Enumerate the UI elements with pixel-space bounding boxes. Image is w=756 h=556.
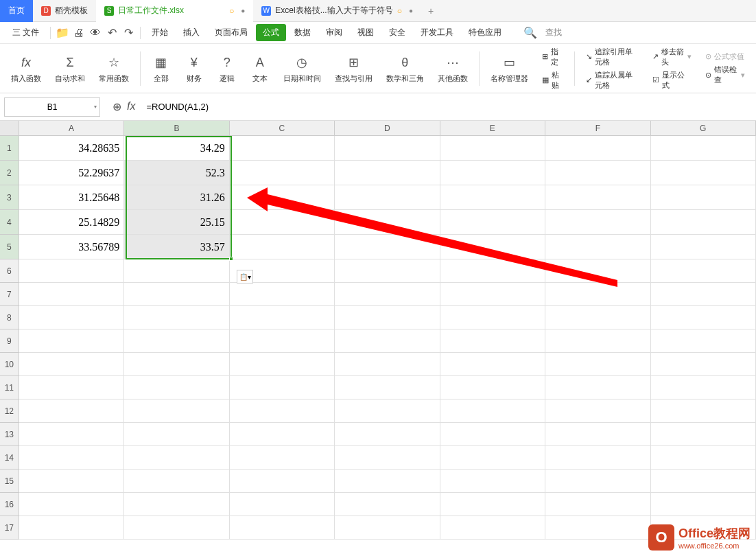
- cell[interactable]: [545, 235, 650, 259]
- cell[interactable]: [230, 161, 335, 185]
- cell[interactable]: [124, 376, 229, 399]
- cell[interactable]: [651, 493, 756, 516]
- row-header[interactable]: 16: [0, 493, 19, 516]
- paste-options-button[interactable]: 📋▾: [237, 270, 253, 283]
- menu-start[interactable]: 开始: [145, 24, 175, 41]
- cell[interactable]: [651, 470, 756, 493]
- cell[interactable]: [545, 399, 650, 423]
- cell[interactable]: [651, 210, 756, 235]
- ribbon-paste[interactable]: ▦粘贴: [542, 70, 563, 91]
- cell-a3[interactable]: 31.25648: [19, 185, 124, 210]
- cell[interactable]: [230, 185, 335, 210]
- ribbon-autosum[interactable]: Σ 自动求和: [49, 53, 91, 84]
- cell[interactable]: [124, 516, 229, 540]
- cell[interactable]: [19, 259, 124, 283]
- cell[interactable]: [124, 399, 229, 423]
- cell[interactable]: [19, 493, 124, 516]
- select-all-corner[interactable]: [0, 121, 19, 135]
- cell-b4[interactable]: 25.15: [124, 210, 229, 235]
- close-icon[interactable]: ●: [409, 7, 413, 14]
- row-header[interactable]: 7: [0, 283, 19, 306]
- cell[interactable]: [230, 423, 335, 446]
- cell[interactable]: [335, 423, 440, 446]
- cell[interactable]: [440, 376, 545, 399]
- cell[interactable]: [440, 161, 545, 185]
- cell[interactable]: [440, 136, 545, 161]
- menu-search[interactable]: 查找: [539, 24, 569, 41]
- menu-dev[interactable]: 开发工具: [414, 24, 460, 41]
- cell[interactable]: [651, 235, 756, 259]
- cell-a2[interactable]: 52.29637: [19, 161, 124, 185]
- cell-b5[interactable]: 33.57: [124, 235, 229, 259]
- cell[interactable]: [19, 376, 124, 399]
- cell[interactable]: [230, 210, 335, 235]
- fx-icon[interactable]: fx: [127, 100, 135, 113]
- cell[interactable]: [230, 376, 335, 399]
- cell[interactable]: [545, 259, 650, 283]
- print-icon[interactable]: 🖨: [71, 25, 86, 40]
- cell[interactable]: [440, 516, 545, 540]
- cell-a1[interactable]: 34.28635: [19, 136, 124, 161]
- cell[interactable]: [545, 306, 650, 329]
- cell[interactable]: [124, 446, 229, 470]
- tab-template[interactable]: D 稻壳模板: [33, 0, 96, 22]
- cell[interactable]: [335, 376, 440, 399]
- ribbon-text[interactable]: A 文本: [245, 53, 275, 84]
- row-header[interactable]: 13: [0, 423, 19, 446]
- cell[interactable]: [545, 136, 650, 161]
- ribbon-trace-dependent[interactable]: ↙追踪从属单元格: [586, 70, 639, 91]
- row-header[interactable]: 10: [0, 353, 19, 376]
- cell[interactable]: [651, 423, 756, 446]
- row-header[interactable]: 3: [0, 185, 19, 210]
- cell[interactable]: [440, 493, 545, 516]
- cell[interactable]: [19, 306, 124, 329]
- cell[interactable]: [335, 283, 440, 306]
- cell[interactable]: [545, 493, 650, 516]
- cell[interactable]: [230, 353, 335, 376]
- menu-insert[interactable]: 插入: [176, 24, 206, 41]
- cell[interactable]: [230, 470, 335, 493]
- ribbon-datetime[interactable]: ◷ 日期和时间: [278, 53, 327, 84]
- cell[interactable]: [19, 423, 124, 446]
- cursor-icon[interactable]: ⊕: [113, 100, 121, 113]
- menu-special[interactable]: 特色应用: [462, 24, 508, 41]
- cell[interactable]: [335, 259, 440, 283]
- cell[interactable]: [124, 423, 229, 446]
- cell[interactable]: [124, 306, 229, 329]
- tab-excel-tips[interactable]: W Excel表格技...输入大于等于符号 ○ ●: [253, 0, 421, 22]
- ribbon-remove-arrows[interactable]: ↗移去箭头▾: [652, 47, 692, 67]
- ribbon-error-check[interactable]: ⊙错误检查▾: [705, 65, 745, 85]
- ribbon-finance[interactable]: ¥ 财务: [179, 53, 209, 84]
- cell[interactable]: [19, 329, 124, 353]
- col-header-d[interactable]: D: [335, 121, 440, 135]
- cell[interactable]: [230, 235, 335, 259]
- cell[interactable]: [440, 235, 545, 259]
- row-header[interactable]: 9: [0, 329, 19, 353]
- cell[interactable]: [19, 470, 124, 493]
- cell[interactable]: [651, 353, 756, 376]
- cell[interactable]: [335, 329, 440, 353]
- cell[interactable]: [230, 306, 335, 329]
- close-icon[interactable]: ●: [241, 7, 245, 14]
- cell[interactable]: [19, 446, 124, 470]
- redo-icon[interactable]: ↷: [121, 25, 136, 40]
- cell-a4[interactable]: 25.14829: [19, 210, 124, 235]
- col-header-e[interactable]: E: [440, 121, 545, 135]
- row-header[interactable]: 2: [0, 161, 19, 185]
- cell[interactable]: [440, 185, 545, 210]
- cell[interactable]: [335, 161, 440, 185]
- menu-view[interactable]: 视图: [351, 24, 381, 41]
- cell[interactable]: [124, 329, 229, 353]
- cell[interactable]: [335, 399, 440, 423]
- add-tab-button[interactable]: +: [421, 5, 440, 16]
- ribbon-common[interactable]: ☆ 常用函数: [93, 53, 134, 84]
- ribbon-other[interactable]: ⋯ 其他函数: [432, 53, 473, 84]
- row-header[interactable]: 1: [0, 136, 19, 161]
- cell[interactable]: [124, 259, 229, 283]
- cell[interactable]: [440, 399, 545, 423]
- cell-b1[interactable]: 34.29: [124, 136, 229, 161]
- col-header-a[interactable]: A: [19, 121, 124, 135]
- undo-icon[interactable]: ↶: [104, 25, 119, 40]
- cell[interactable]: [651, 283, 756, 306]
- cell-b2[interactable]: 52.3: [124, 161, 229, 185]
